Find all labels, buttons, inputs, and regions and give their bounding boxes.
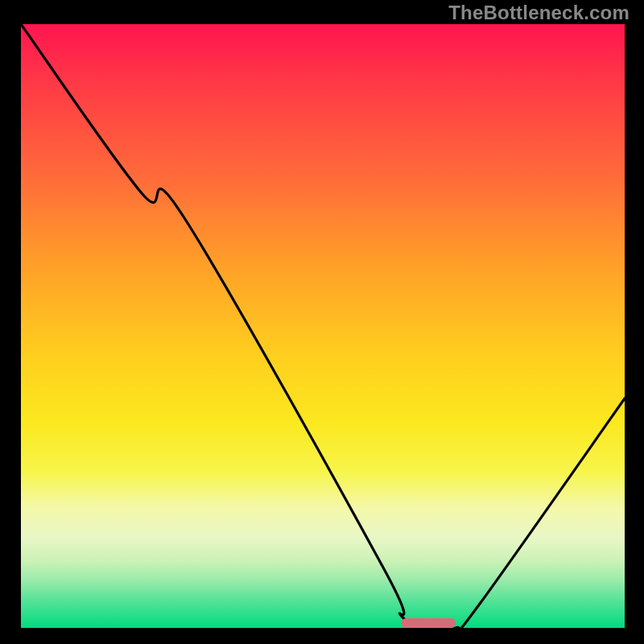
watermark-text: TheBottleneck.com [448, 2, 630, 24]
optimal-marker [402, 618, 456, 628]
bottleneck-curve [21, 24, 625, 628]
curve-svg [21, 24, 625, 628]
plot-area [21, 24, 625, 628]
chart-container: TheBottleneck.com [0, 0, 644, 644]
